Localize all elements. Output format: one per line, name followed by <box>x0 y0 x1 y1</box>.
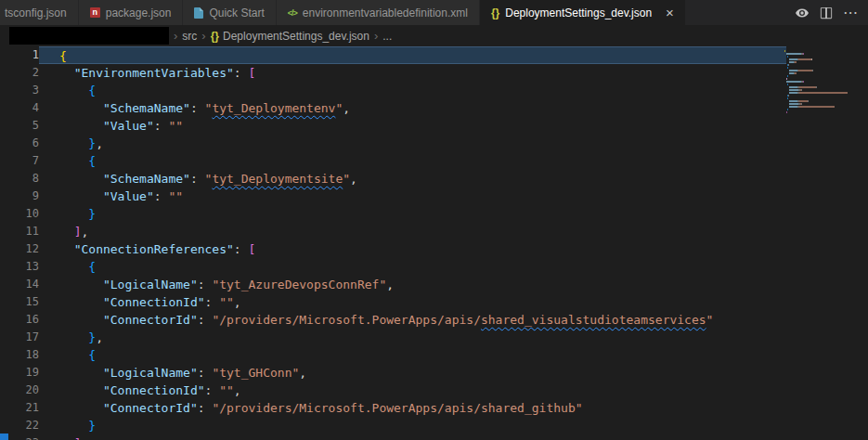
tab-label: Quick Start <box>209 6 264 19</box>
line-number: 9 <box>0 188 39 205</box>
editor[interactable]: 1{2 "EnvironmentVariables": [3 {4 "Schem… <box>0 46 868 440</box>
code-text: "SchemaName": "tyt_Deploymentsite", <box>39 170 786 188</box>
tab-quick-start[interactable]: Quick Start <box>183 0 276 25</box>
code-line-11[interactable]: 11 ], <box>0 223 868 240</box>
line-number: 12 <box>0 240 39 258</box>
minimap-line <box>784 89 855 91</box>
code-line-10[interactable]: 10 } <box>0 205 868 223</box>
line-number: 4 <box>0 99 39 117</box>
code-line-21[interactable]: 21 "ConnectorId": "/providers/Microsoft.… <box>0 399 868 417</box>
editor-actions: ⋯ <box>785 0 868 25</box>
minimap-line <box>784 53 855 55</box>
code-line-2[interactable]: 2 "EnvironmentVariables": [ <box>0 64 868 82</box>
code-text: "LogicalName": "tyt_AzureDevopsConnRef", <box>39 276 786 293</box>
minimap-line <box>784 84 855 85</box>
code-line-14[interactable]: 14 "LogicalName": "tyt_AzureDevopsConnRe… <box>0 276 868 293</box>
code-line-23[interactable]: 23 ] <box>0 434 868 440</box>
minimap-line <box>784 109 855 110</box>
tab-bar: tsconfig.jsonnpackage.jsonQuick Start</>… <box>0 0 868 25</box>
code-text: "ConnectionId": "", <box>39 293 786 311</box>
minimap-line <box>784 50 855 52</box>
line-number: 15 <box>0 293 39 311</box>
code-line-9[interactable]: 9 "Value": "" <box>0 188 868 205</box>
minimap-line <box>784 92 855 94</box>
line-number: 13 <box>0 258 39 276</box>
line-number: 7 <box>0 152 39 170</box>
open-preview-icon[interactable] <box>795 6 810 20</box>
line-number: 20 <box>0 382 39 399</box>
line-number: 22 <box>0 417 39 434</box>
line-number: 1 <box>0 46 39 64</box>
code-text: { <box>39 346 786 364</box>
minimap-line <box>784 75 855 77</box>
code-text: { <box>39 46 786 64</box>
vscode-window: tsconfig.jsonnpackage.jsonQuick Start</>… <box>0 0 868 440</box>
line-number: 16 <box>0 311 39 329</box>
more-actions-icon[interactable]: ⋯ <box>843 6 859 20</box>
minimap-line <box>784 78 855 80</box>
tab-environmentvariabledefinition-xml[interactable]: </>environmentvariabledefinition.xml <box>277 0 480 25</box>
minimap-line <box>784 81 855 83</box>
breadcrumb-item-src[interactable]: src <box>182 30 197 43</box>
code-line-3[interactable]: 3 { <box>0 82 868 99</box>
breadcrumb-item-[interactable]: ... <box>382 30 392 43</box>
code-line-8[interactable]: 8 "SchemaName": "tyt_Deploymentsite", <box>0 170 868 188</box>
tab-label: package.json <box>106 6 172 19</box>
line-number: 18 <box>0 346 39 364</box>
code-text: }, <box>39 329 786 346</box>
line-number: 17 <box>0 329 39 346</box>
minimap-line <box>784 86 855 88</box>
code-line-19[interactable]: 19 "LogicalName": "tyt_GHConn", <box>0 364 868 382</box>
minimap-line <box>784 106 855 108</box>
code-line-4[interactable]: 4 "SchemaName": "tyt_Deploymentenv", <box>0 99 868 117</box>
tab-package-json[interactable]: npackage.json <box>79 0 184 25</box>
code-text: "ConnectionId": "", <box>39 382 786 399</box>
quickstart-icon <box>194 7 203 19</box>
code-text: "ConnectorId": "/providers/Microsoft.Pow… <box>39 311 786 329</box>
line-number: 6 <box>0 135 39 152</box>
minimap-line <box>784 56 855 58</box>
tab-label: DeploymentSettings_dev.json <box>505 6 652 19</box>
minimap-line <box>784 70 855 71</box>
code-text: "EnvironmentVariables": [ <box>39 64 786 82</box>
json-icon: {} <box>211 30 219 43</box>
code-text: "SchemaName": "tyt_Deploymentenv", <box>39 99 786 117</box>
minimap-line <box>784 72 855 74</box>
code-text: } <box>39 205 786 223</box>
json-icon: {} <box>491 6 499 19</box>
code-line-22[interactable]: 22 } <box>0 417 868 434</box>
minimap[interactable] <box>784 50 855 114</box>
line-number: 5 <box>0 117 39 135</box>
code-line-15[interactable]: 15 "ConnectionId": "", <box>0 293 868 311</box>
line-number: 14 <box>0 276 39 293</box>
line-number: 10 <box>0 205 39 223</box>
split-editor-icon[interactable] <box>820 6 833 19</box>
breadcrumb-label: DeploymentSettings_dev.json <box>223 30 369 43</box>
code-line-20[interactable]: 20 "ConnectionId": "", <box>0 382 868 399</box>
status-bar-corner <box>0 434 8 440</box>
breadcrumb-items: ›src›{}DeploymentSettings_dev.json›... <box>174 29 392 43</box>
breadcrumb-separator: › <box>201 29 205 43</box>
code-text: { <box>39 152 786 170</box>
code-line-13[interactable]: 13 { <box>0 258 868 276</box>
minimap-line <box>784 67 855 69</box>
redacted-path-box <box>9 27 169 45</box>
close-tab-icon[interactable]: × <box>666 6 674 19</box>
code-line-5[interactable]: 5 "Value": "" <box>0 117 868 135</box>
tab-deploymentsettings-dev-json[interactable]: {}DeploymentSettings_dev.json× <box>480 0 686 25</box>
minimap-line <box>784 58 855 60</box>
breadcrumb-label: ... <box>382 30 392 43</box>
code-area[interactable]: 1{2 "EnvironmentVariables": [3 {4 "Schem… <box>0 46 868 440</box>
code-line-12[interactable]: 12 "ConnectionReferences": [ <box>0 240 868 258</box>
code-line-1[interactable]: 1{ <box>0 46 868 64</box>
line-number: 19 <box>0 364 39 382</box>
code-line-6[interactable]: 6 }, <box>0 135 868 152</box>
breadcrumb-item-deploymentsettings-dev-json[interactable]: {}DeploymentSettings_dev.json <box>211 30 369 43</box>
code-line-7[interactable]: 7 { <box>0 152 868 170</box>
tab-label: tsconfig.json <box>5 6 67 19</box>
tab-tsconfig-json[interactable]: tsconfig.json <box>0 0 79 25</box>
code-line-17[interactable]: 17 }, <box>0 329 868 346</box>
code-line-18[interactable]: 18 { <box>0 346 868 364</box>
code-line-16[interactable]: 16 "ConnectorId": "/providers/Microsoft.… <box>0 311 868 329</box>
code-text: "LogicalName": "tyt_GHConn", <box>39 364 786 382</box>
